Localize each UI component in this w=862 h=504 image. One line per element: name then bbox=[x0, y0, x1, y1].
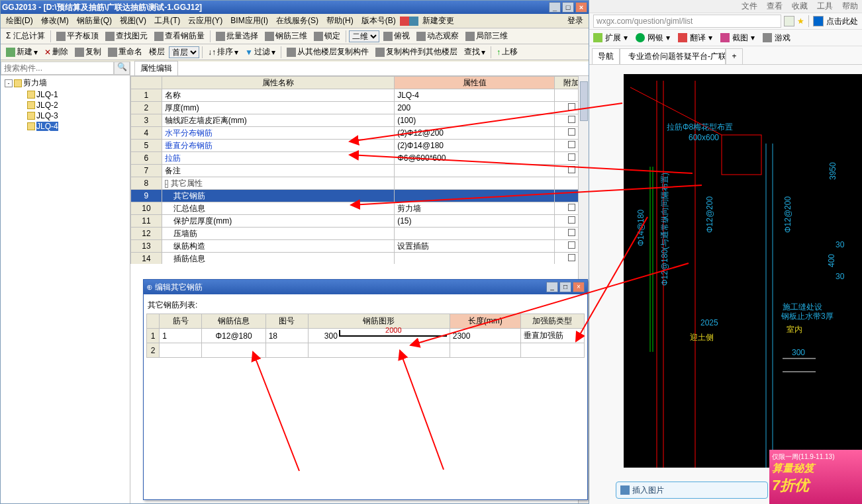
minimize-button[interactable]: _ bbox=[549, 2, 561, 13]
checkbox[interactable] bbox=[568, 216, 575, 224]
checkbox[interactable] bbox=[568, 166, 575, 173]
btn-banking[interactable]: 网银▾ bbox=[636, 32, 670, 44]
cell-reinforce-type[interactable]: 垂直加强筋 bbox=[520, 329, 584, 343]
maximize-button[interactable]: □ bbox=[562, 2, 574, 13]
checkbox[interactable] bbox=[568, 103, 575, 110]
menu-tools[interactable]: 工具(T) bbox=[150, 14, 184, 28]
btn-find[interactable]: 查找▾ bbox=[461, 45, 488, 59]
checkbox[interactable] bbox=[568, 141, 575, 148]
btn-translate[interactable]: 翻译▾ bbox=[678, 32, 712, 44]
btn-batch-select[interactable]: 批量选择 bbox=[213, 29, 261, 43]
btn-filter[interactable]: ▼过滤▾ bbox=[242, 45, 278, 59]
edit-other-rebar-dialog[interactable]: ⊕ 编辑其它钢筋 _ □ × 其它钢筋列表: 筋号 钢筋信息 图号 钢筋图形 长… bbox=[143, 279, 588, 500]
prop-value-cell[interactable] bbox=[395, 228, 555, 240]
checkbox[interactable] bbox=[568, 229, 575, 236]
property-row[interactable]: 6拉筋Φ6@600*600 bbox=[131, 152, 589, 165]
checkbox[interactable] bbox=[568, 254, 575, 261]
tree-item-jlq3[interactable]: JLQ-3 bbox=[2, 110, 128, 121]
prop-value-cell[interactable] bbox=[395, 177, 555, 190]
click-hint[interactable]: 点击此处 bbox=[826, 16, 858, 27]
prop-value-cell[interactable]: JLQ-4 bbox=[395, 89, 555, 102]
menu-online[interactable]: 在线服务(S) bbox=[272, 14, 322, 28]
btn-copy[interactable]: 复制 bbox=[72, 45, 104, 59]
checkbox[interactable] bbox=[568, 128, 575, 136]
menu-view[interactable]: 视图(V) bbox=[116, 14, 150, 28]
browser-tab-1[interactable]: 导航 bbox=[592, 48, 620, 64]
cell-bar-shape[interactable]: 300 2000 bbox=[308, 329, 450, 343]
menu-new-change[interactable]: 新建变更 bbox=[418, 14, 458, 28]
property-table[interactable]: 属性名称 属性值 附加 1名称JLQ-42厚度(mm)2003轴线距左墙皮距离(… bbox=[130, 76, 589, 264]
search-input[interactable] bbox=[1, 62, 114, 75]
prop-value-cell[interactable]: 剪力墙 bbox=[395, 202, 555, 215]
btn-rename[interactable]: 重命名 bbox=[105, 45, 145, 59]
dialog-minimize-button[interactable]: _ bbox=[546, 282, 558, 292]
menu-cloud[interactable]: 云应用(Y) bbox=[184, 14, 226, 28]
gift-icon[interactable] bbox=[400, 17, 409, 26]
collapse-icon[interactable]: - bbox=[5, 79, 13, 87]
menu-help[interactable]: 帮助(H) bbox=[322, 14, 358, 28]
prop-value-cell[interactable]: (2)Φ12@200 bbox=[395, 127, 555, 140]
cell-bar-info[interactable]: Φ12@180 bbox=[202, 329, 265, 343]
property-row[interactable]: 14 插筋信息 bbox=[131, 253, 589, 265]
tab-property-edit[interactable]: 属性编辑 bbox=[134, 61, 178, 75]
prop-value-cell[interactable] bbox=[395, 165, 555, 177]
property-row[interactable]: 2厚度(mm)200 bbox=[131, 102, 589, 114]
btn-move-up[interactable]: ↑上移 bbox=[494, 45, 520, 59]
dialog-close-button[interactable]: × bbox=[573, 282, 585, 292]
prop-name-cell[interactable]: 拉筋 bbox=[162, 152, 394, 165]
property-row[interactable]: 13 纵筋构造设置插筋 bbox=[131, 240, 589, 253]
prop-value-cell[interactable]: (2)Φ14@180 bbox=[395, 140, 555, 152]
rebar-row-1[interactable]: 1 1 Φ12@180 18 300 2000 2300 垂直加强筋 bbox=[147, 329, 585, 343]
btn-sort[interactable]: ↓↑排序▾ bbox=[205, 45, 241, 59]
checkbox[interactable] bbox=[568, 204, 575, 211]
prop-value-cell[interactable] bbox=[395, 190, 555, 202]
prop-value-cell[interactable]: 200 bbox=[395, 102, 555, 114]
component-tree[interactable]: - 剪力墙 JLQ-1 JLQ-2 JLQ-3 JLQ-4 bbox=[1, 75, 130, 503]
reload-icon[interactable] bbox=[784, 16, 794, 26]
property-row[interactable]: 9 其它钢筋 bbox=[131, 190, 589, 202]
home-icon[interactable] bbox=[409, 17, 418, 26]
btn-sum-calc[interactable]: Σ 汇总计算 bbox=[3, 29, 48, 43]
btn-games[interactable]: 游戏 bbox=[763, 32, 790, 44]
checkbox[interactable] bbox=[568, 241, 575, 249]
btn-align-slab[interactable]: 平齐板顶 bbox=[54, 29, 101, 43]
promo-banner[interactable]: 仅限一周(11.9-11.13) 算量秘笈 7折优 bbox=[769, 450, 862, 504]
prop-value-cell[interactable] bbox=[395, 253, 555, 265]
btn-new[interactable]: 新建▾ bbox=[3, 45, 40, 59]
prop-value-cell[interactable]: Φ6@600*600 bbox=[395, 152, 555, 165]
cell-bar-no[interactable]: 1 bbox=[160, 329, 202, 343]
btn-find-element[interactable]: 查找图元 bbox=[103, 29, 150, 43]
prop-name-cell[interactable]: 垂直分布钢筋 bbox=[162, 140, 394, 152]
address-bar[interactable] bbox=[593, 15, 781, 28]
menu-version[interactable]: 版本号(B) bbox=[358, 14, 400, 28]
close-button[interactable]: × bbox=[575, 2, 587, 13]
menu-modify[interactable]: 修改(M) bbox=[37, 14, 73, 28]
prop-name-cell[interactable]: 纵筋构造 bbox=[162, 240, 394, 253]
dialog-title-bar[interactable]: ⊕ 编辑其它钢筋 _ □ × bbox=[144, 280, 587, 294]
prop-name-cell[interactable]: 厚度(mm) bbox=[162, 102, 394, 114]
property-row[interactable]: 10 汇总信息剪力墙 bbox=[131, 202, 589, 215]
prop-value-cell[interactable]: (15) bbox=[395, 215, 555, 228]
br-menu-tools[interactable]: 工具 bbox=[817, 1, 833, 12]
prop-name-cell[interactable]: -其它属性 bbox=[162, 177, 394, 190]
menu-draw[interactable]: 绘图(D) bbox=[2, 14, 37, 28]
prop-name-cell[interactable]: 备注 bbox=[162, 165, 394, 177]
property-row[interactable]: 11 保护层厚度(mm)(15) bbox=[131, 215, 589, 228]
other-rebar-table[interactable]: 筋号 钢筋信息 图号 钢筋图形 长度(mm) 加强筋类型 1 1 Φ12@180… bbox=[146, 314, 585, 358]
new-tab-button[interactable]: + bbox=[726, 48, 743, 64]
dialog-maximize-button[interactable]: □ bbox=[559, 282, 571, 292]
prop-name-cell[interactable]: 水平分布钢筋 bbox=[162, 127, 394, 140]
browser-tab-2[interactable]: 专业造价问题答疑平台-广联达× bbox=[620, 48, 726, 64]
property-row[interactable]: 8-其它属性 bbox=[131, 177, 589, 190]
cell-fig-no[interactable]: 18 bbox=[265, 329, 308, 343]
btn-copy-to-floor[interactable]: 复制构件到其他楼层 bbox=[373, 45, 460, 59]
tree-root-shearwall[interactable]: - 剪力墙 bbox=[2, 77, 128, 89]
combo-floor[interactable]: 首层 bbox=[169, 46, 199, 58]
login-button[interactable]: 登录 bbox=[563, 14, 587, 28]
btn-rebar-3d[interactable]: 钢筋三维 bbox=[262, 29, 310, 43]
property-row[interactable]: 5垂直分布钢筋(2)Φ14@180 bbox=[131, 140, 589, 152]
prop-name-cell[interactable]: 汇总信息 bbox=[162, 202, 394, 215]
btn-copy-from-floor[interactable]: 从其他楼层复制构件 bbox=[284, 45, 371, 59]
btn-top-view[interactable]: 俯视 bbox=[381, 29, 412, 43]
prop-name-cell[interactable]: 插筋信息 bbox=[162, 253, 394, 265]
